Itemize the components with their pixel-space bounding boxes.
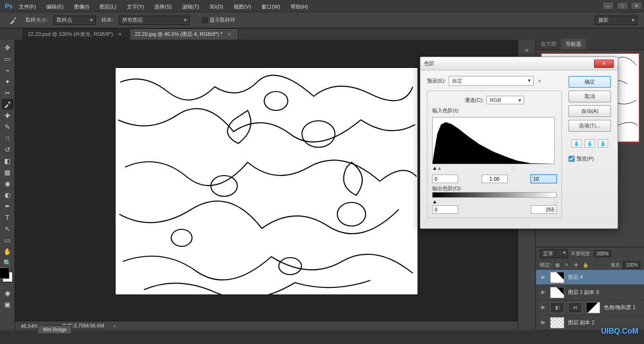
layer-thumb[interactable] [550, 287, 564, 298]
input-black-field[interactable] [432, 175, 458, 183]
options-button[interactable]: 选项(T)... [569, 120, 611, 132]
doc-tab-2[interactable]: 22.20.jpg @ 46.5% (图层 4, RGB/8*) *✕ [130, 28, 238, 40]
close-button[interactable]: ✕ [631, 2, 642, 9]
lasso-tool[interactable]: ⌁ [2, 65, 13, 76]
close-icon[interactable]: ✕ [118, 32, 122, 37]
sample-layers-dropdown[interactable]: 所有图层 [119, 16, 190, 25]
zoom-tool[interactable]: 🔍 [2, 258, 13, 268]
menu-view[interactable]: 视图(V) [234, 3, 251, 10]
preset-menu-icon[interactable]: ≡ [536, 78, 543, 84]
workspace-dropdown[interactable]: 摄影 [595, 16, 637, 25]
output-levels-label: 输出色阶(O): [432, 185, 462, 191]
doc-tab-1[interactable]: 22.20.psd @ 100% (外发光, RGB/8*)✕ [23, 28, 129, 40]
heal-tool[interactable]: ✚ [2, 110, 13, 121]
output-white-handle[interactable]: △ [553, 199, 557, 205]
input-white-field[interactable] [531, 175, 557, 183]
canvas[interactable] [116, 68, 418, 294]
sample-size-dropdown[interactable]: 取样点 [53, 16, 96, 25]
menubar: 文件(F) 编辑(E) 图像(I) 图层(L) 文字(Y) 选择(S) 滤镜(T… [0, 1, 644, 12]
marquee-tool[interactable]: ▭ [2, 54, 13, 64]
white-point-handle[interactable]: △ [511, 165, 515, 171]
gray-eyedropper[interactable]: 💧 [585, 139, 595, 148]
ok-button[interactable]: 确定 [569, 76, 611, 88]
white-eyedropper[interactable]: 💧 [598, 139, 608, 148]
stamp-tool[interactable]: ⎍ [2, 133, 13, 143]
menu-window[interactable]: 窗口(W) [261, 3, 280, 10]
blend-mode-dropdown[interactable]: 正常 [540, 249, 568, 258]
opacity-value[interactable]: 100% [594, 250, 611, 257]
gradient-tool[interactable]: ▦ [2, 167, 13, 177]
output-black-field[interactable] [432, 205, 458, 214]
blur-tool[interactable]: ◉ [2, 178, 13, 189]
svg-point-1 [302, 121, 335, 147]
eraser-tool[interactable]: ◧ [2, 156, 13, 166]
layer-row[interactable]: 👁 图层 1 副本 3 [536, 285, 644, 300]
visibility-icon[interactable]: 👁 [539, 320, 546, 326]
dialog-titlebar[interactable]: 色阶 ✕ [420, 57, 618, 70]
input-slider[interactable]: ▲ ▲ △ [432, 166, 557, 172]
layer-thumb[interactable] [550, 317, 564, 328]
menu-edit[interactable]: 编辑(E) [46, 3, 64, 10]
output-slider[interactable]: ▲ △ [432, 200, 557, 205]
tab-navigator[interactable]: 导航器 [561, 39, 586, 50]
pen-tool[interactable]: ✒ [2, 201, 13, 211]
layer-row[interactable]: 👁 ◧ ⋈ 色相/饱和度 1 [536, 300, 644, 315]
visibility-icon[interactable]: 👁 [539, 305, 546, 310]
hand-tool[interactable]: ✋ [2, 246, 13, 257]
dodge-tool[interactable]: ◐ [2, 190, 13, 200]
move-tool[interactable]: ✥ [2, 42, 13, 53]
menu-select[interactable]: 选择(S) [154, 3, 172, 10]
menu-3d[interactable]: 3D(D) [209, 4, 223, 9]
history-panel-icon[interactable]: ≡ [522, 45, 532, 55]
show-ring-checkbox[interactable] [202, 17, 208, 23]
eyedropper-tool[interactable] [2, 99, 13, 109]
output-white-field[interactable] [531, 205, 557, 214]
mask-thumb[interactable] [586, 302, 600, 313]
lock-move-icon[interactable]: ✥ [572, 262, 580, 268]
preview-checkbox[interactable] [569, 156, 575, 162]
auto-button[interactable]: 自动(A) [569, 105, 611, 117]
preset-dropdown[interactable]: 自定 [449, 76, 534, 86]
wand-tool[interactable]: ✦ [2, 76, 13, 87]
minimize-button[interactable]: — [602, 2, 614, 9]
menu-filter[interactable]: 滤镜(T) [182, 3, 199, 10]
color-swatches[interactable] [2, 272, 13, 282]
visibility-icon[interactable]: 👁 [539, 290, 546, 295]
visibility-icon[interactable]: 👁 [539, 275, 546, 280]
close-icon[interactable]: ✕ [227, 32, 231, 37]
lock-all-icon[interactable]: 🔒 [582, 262, 589, 268]
history-brush-tool[interactable]: ↺ [2, 144, 13, 155]
zoom-level[interactable]: 46.54% [21, 323, 38, 329]
black-eyedropper[interactable]: 💧 [571, 139, 582, 148]
shape-tool[interactable]: ▭ [2, 235, 13, 245]
menu-image[interactable]: 图像(I) [74, 3, 89, 10]
dialog-close-button[interactable]: ✕ [594, 59, 614, 68]
preview-label: 预览(P) [577, 155, 594, 162]
channel-dropdown[interactable]: RGB [486, 96, 524, 104]
gamma-handle[interactable]: ▲ [437, 165, 442, 171]
fill-value[interactable]: 100% [623, 261, 640, 268]
tab-histogram[interactable]: 直方图 [536, 39, 561, 50]
layer-row[interactable]: 👁 图层 4 [536, 270, 644, 285]
crop-tool[interactable]: ✂ [2, 88, 13, 98]
type-tool[interactable]: T [2, 212, 13, 223]
menu-help[interactable]: 帮助(H) [291, 3, 308, 10]
menu-type[interactable]: 文字(Y) [127, 3, 144, 10]
quickmask-tool[interactable]: ◉ [2, 288, 13, 298]
layers-panel: 正常 不透明度: 100% 锁定: ▦ ✎ ✥ 🔒 填充: 100% 👁 图层 … [536, 247, 644, 330]
cancel-button[interactable]: 取消 [569, 91, 611, 102]
path-tool[interactable]: ↖ [2, 224, 13, 234]
lock-pixels-icon[interactable]: ▦ [553, 262, 561, 268]
input-gamma-field[interactable] [482, 175, 508, 183]
menu-layer[interactable]: 图层(L) [100, 3, 116, 10]
screenmode-tool[interactable]: ▣ [2, 299, 13, 310]
menu-file[interactable]: 文件(F) [19, 3, 36, 10]
maximize-button[interactable]: □ [617, 2, 628, 9]
layer-thumb[interactable] [550, 272, 564, 283]
brush-tool[interactable]: ✎ [2, 122, 13, 132]
adjustment-icon[interactable]: ◧ [550, 302, 564, 313]
mask-link-icon[interactable]: ⋈ [568, 302, 582, 313]
minibridge-tab[interactable]: Mini Bridge [38, 325, 72, 334]
lock-paint-icon[interactable]: ✎ [563, 262, 570, 268]
output-black-handle[interactable]: ▲ [432, 199, 437, 204]
